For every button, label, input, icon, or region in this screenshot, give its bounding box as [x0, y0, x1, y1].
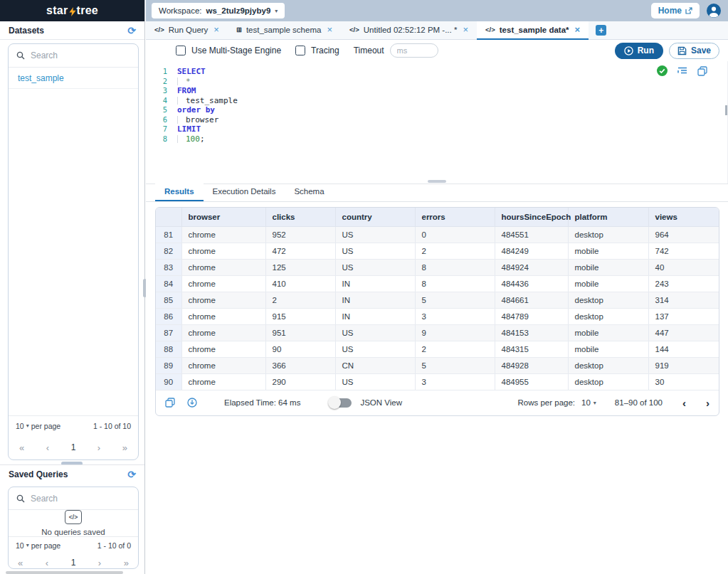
first-page-button[interactable]: « [18, 558, 23, 568]
rows-per-page-value: 10 [581, 398, 591, 407]
datasets-list: test_sample [9, 68, 138, 89]
prev-page-button[interactable]: ‹ [46, 558, 48, 568]
tab-untitled-02-52-12-pm[interactable]: </>Untitled 02:52:12 PM -... *× [341, 21, 477, 40]
last-page-button[interactable]: » [122, 442, 127, 453]
query-actions: Run Save [615, 43, 719, 59]
refresh-icon[interactable]: ⟳ [127, 469, 136, 479]
column-header-hourssinceepoch[interactable]: hoursSinceEpoch [495, 208, 568, 226]
sidebar: star tree Datasets ⟳ test_sample 10 ▾ pe… [0, 0, 145, 574]
current-page[interactable]: 1 [71, 442, 76, 452]
column-header-platform[interactable]: platform [568, 208, 648, 226]
json-view-toggle[interactable] [330, 398, 352, 408]
scrollbar-thumb[interactable] [725, 105, 727, 115]
table-cell: chrome [181, 226, 265, 243]
editor-line: 7LIMIT [146, 124, 727, 134]
tab-test-sample-data[interactable]: </>test_sample data*× [477, 21, 589, 40]
line-number: 7 [146, 124, 167, 134]
download-results-icon[interactable] [187, 398, 197, 408]
table-row: 82chrome472US2484249mobile742 [156, 243, 719, 259]
datasets-search-row [9, 44, 138, 68]
timeout-input[interactable] [390, 43, 438, 58]
format-query-icon[interactable] [677, 67, 687, 75]
prev-page-button[interactable]: ‹ [46, 442, 49, 453]
save-button[interactable]: Save [669, 43, 719, 59]
first-page-button[interactable]: « [19, 442, 24, 453]
workspace-name: ws_2tulz9pjyby9 [206, 6, 271, 15]
column-header-country[interactable]: country [335, 208, 415, 226]
close-icon[interactable]: × [575, 24, 581, 35]
query-toolbar: Use Multi-Stage Engine Tracing Timeout R… [146, 40, 728, 61]
column-header-errors[interactable]: errors [415, 208, 495, 226]
datasets-per-page-select[interactable]: 10 ▾ per page [16, 422, 60, 430]
table-cell: chrome [181, 243, 265, 259]
multistage-checkbox-group[interactable]: Use Multi-Stage Engine [176, 46, 281, 55]
table-cell: 484955 [495, 373, 568, 390]
table-cell: 484661 [495, 292, 568, 308]
results-tab-execution-details[interactable]: Execution Details [204, 183, 285, 201]
copy-query-icon[interactable] [697, 66, 707, 76]
column-header-clicks[interactable]: clicks [265, 208, 335, 226]
new-tab-button[interactable]: + [596, 25, 606, 36]
table-cell: mobile [568, 324, 648, 341]
tab-label: Run Query [169, 26, 209, 34]
tab-label: test_sample schema [246, 26, 321, 34]
row-number-cell: 87 [156, 324, 181, 341]
table-cell: 137 [648, 308, 719, 324]
close-icon[interactable]: × [213, 24, 219, 35]
datasets-spacer [9, 89, 138, 415]
table-cell: 366 [265, 357, 335, 373]
home-button[interactable]: Home [651, 3, 700, 18]
editor-resize-handle[interactable] [428, 180, 446, 183]
copy-results-icon[interactable] [165, 398, 175, 408]
table-row: 90chrome290US3484955desktop30 [156, 373, 719, 390]
refresh-icon[interactable]: ⟳ [127, 26, 136, 36]
close-icon[interactable]: × [327, 24, 332, 35]
sql-token: * [186, 77, 191, 86]
results-table-body: 81chrome952US0484551desktop96482chrome47… [156, 226, 719, 390]
table-cell: 484315 [495, 341, 568, 357]
line-code: FROM [167, 86, 196, 96]
table-cell: 484928 [495, 357, 568, 373]
saved-queries-per-page-select[interactable]: 10 ▾ per page [16, 541, 60, 550]
tracing-checkbox-group[interactable]: Tracing [295, 46, 339, 55]
table-cell: 0 [415, 226, 495, 243]
close-icon[interactable]: × [463, 24, 468, 35]
indent-guide [177, 116, 186, 124]
code-icon: </> [485, 26, 495, 33]
chevron-down-icon: ▾ [594, 400, 596, 406]
results-next-page-button[interactable]: › [706, 398, 709, 408]
last-page-button[interactable]: » [124, 558, 129, 568]
tab-run-query[interactable]: </>Run Query× [146, 21, 228, 40]
user-avatar[interactable] [707, 4, 721, 18]
rows-per-page-select[interactable]: 10 ▾ [581, 398, 596, 407]
results-table-head-row: browserclickscountryerrorshoursSinceEpoc… [156, 208, 719, 226]
multistage-checkbox[interactable] [176, 46, 186, 55]
run-button[interactable]: Run [615, 43, 663, 59]
table-cell: 125 [265, 259, 335, 275]
datasets-search-input[interactable] [31, 51, 116, 60]
column-header-views[interactable]: views [648, 208, 719, 226]
chevron-down-icon: ▾ [26, 422, 29, 429]
results-prev-page-button[interactable]: ‹ [682, 398, 686, 408]
dataset-item-test-sample[interactable]: test_sample [9, 68, 138, 89]
next-page-button[interactable]: › [98, 558, 101, 568]
table-row: 84chrome410IN8484436mobile243 [156, 275, 719, 292]
datasets-title: Datasets [9, 26, 44, 36]
tracing-checkbox[interactable] [295, 46, 305, 55]
saved-queries-pager: « ‹ 1 › » [9, 553, 138, 569]
line-code: LIMIT [167, 124, 201, 134]
next-page-button[interactable]: › [97, 442, 100, 453]
workspace-selector[interactable]: Workspace: ws_2tulz9pjyby9 ▾ [152, 3, 285, 18]
current-page[interactable]: 1 [71, 558, 76, 568]
results-tab-results[interactable]: Results [155, 183, 204, 201]
search-icon [16, 51, 25, 60]
tab-test-sample-schema[interactable]: ⊞test_sample schema× [228, 21, 341, 40]
play-icon [624, 46, 633, 55]
column-header-browser[interactable]: browser [181, 208, 265, 226]
code-icon: </> [349, 26, 359, 33]
chevron-down-icon: ▾ [26, 542, 29, 548]
saved-queries-search-input[interactable] [31, 494, 116, 504]
per-page-value: 10 [16, 541, 24, 550]
results-tab-schema[interactable]: Schema [285, 183, 333, 201]
sql-editor[interactable]: 1SELECT2*3FROM4test_sample5order by6brow… [146, 61, 728, 184]
